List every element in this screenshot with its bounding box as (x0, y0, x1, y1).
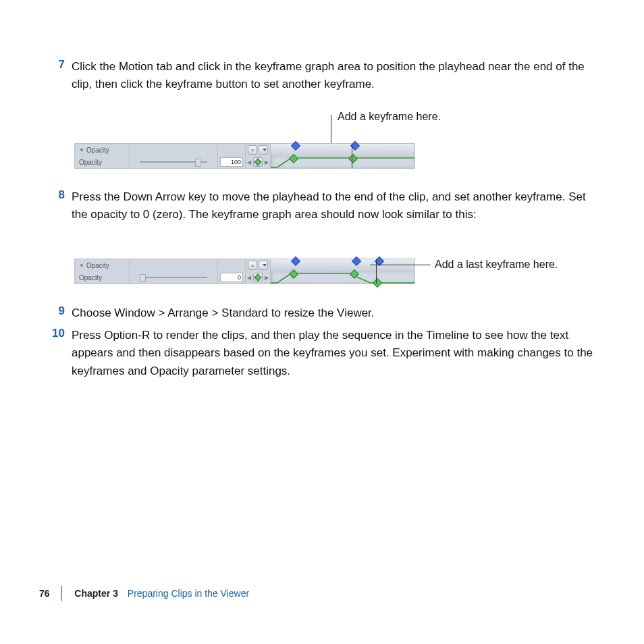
opacity-graph[interactable] (271, 271, 414, 284)
keyframe-panel-2: ▼ Opacity × Opacity (74, 259, 415, 284)
callout-leader (331, 115, 331, 146)
panel-value-row: Opacity 100 ◀ ▶ (75, 156, 414, 168)
panel-header-row: ▼ Opacity × (75, 259, 414, 272)
callout-add-keyframe: Add a keyframe here. (338, 111, 441, 123)
step-text: Choose Window > Arrange > Standard to re… (72, 304, 601, 322)
keyframe-marker[interactable] (291, 257, 300, 266)
add-keyframe-button[interactable] (253, 273, 263, 282)
disclosure-icon[interactable]: ▼ (79, 263, 84, 269)
keyframe-marker[interactable] (352, 257, 361, 266)
reset-button[interactable]: × (248, 145, 257, 155)
playhead[interactable] (376, 271, 377, 284)
playhead[interactable] (376, 259, 377, 271)
chapter-label: Chapter 3 (74, 588, 118, 599)
page-number: 76 (39, 588, 50, 599)
reset-button[interactable]: × (248, 261, 257, 270)
footer-divider (61, 586, 62, 601)
header-buttons: × (246, 144, 271, 156)
add-keyframe-button[interactable] (253, 157, 263, 167)
prev-keyframe-button[interactable]: ◀ (246, 159, 252, 165)
disclosure-icon[interactable]: ▼ (79, 147, 84, 153)
step-number: 7 (53, 58, 65, 72)
header-spacer (130, 259, 218, 271)
header-value-spacer (218, 259, 246, 271)
keyframe-marker[interactable] (291, 141, 300, 151)
callout-add-last-keyframe: Add a last keyframe here. (435, 259, 558, 271)
opacity-slider-thumb[interactable] (195, 159, 201, 167)
opacity-header-label[interactable]: ▼ Opacity (75, 144, 130, 156)
opacity-value[interactable]: 0 (220, 273, 243, 282)
clip-menu-button[interactable] (259, 145, 268, 155)
step-text: Press the Down Arrow key to move the pla… (72, 188, 601, 224)
panel-value-row: Opacity 0 ◀ ▶ (75, 271, 414, 284)
header-buttons: × (246, 259, 271, 271)
opacity-value-cell: 100 (218, 156, 246, 168)
page-footer: 76 Chapter 3 Preparing Clips in the View… (39, 586, 644, 603)
opacity-row-text: Opacity (79, 159, 102, 166)
panel-header-row: ▼ Opacity × (75, 144, 414, 157)
step-number: 9 (53, 304, 65, 318)
opacity-row-text: Opacity (79, 274, 102, 281)
header-spacer (130, 144, 218, 156)
next-keyframe-button[interactable]: ▶ (264, 274, 269, 281)
opacity-row-label: Opacity (75, 271, 130, 284)
opacity-header-text: Opacity (86, 262, 109, 269)
opacity-row-label: Opacity (75, 156, 130, 168)
opacity-value[interactable]: 100 (220, 157, 243, 167)
opacity-slider[interactable] (130, 271, 218, 284)
step-number: 10 (49, 327, 65, 340)
chapter-title: Preparing Clips in the Viewer (128, 588, 249, 599)
opacity-header-text: Opacity (86, 146, 109, 154)
opacity-slider-thumb[interactable] (140, 274, 146, 282)
keyframe-nav: ◀ ▶ (246, 271, 271, 284)
step-number: 8 (53, 188, 65, 202)
step-text: Press Option-R to render the clips, and … (72, 327, 601, 380)
keyframe-panel-1: ▼ Opacity × Opacity (74, 143, 415, 169)
next-keyframe-button[interactable]: ▶ (264, 159, 269, 165)
header-value-spacer (218, 144, 246, 156)
keyframe-nav: ◀ ▶ (246, 156, 271, 168)
playhead[interactable] (352, 156, 352, 168)
opacity-graph[interactable] (271, 156, 414, 168)
prev-keyframe-button[interactable]: ◀ (246, 274, 252, 281)
step-text: Click the Motion tab and click in the ke… (72, 58, 601, 94)
opacity-slider[interactable] (130, 156, 218, 168)
opacity-value-cell: 0 (218, 271, 246, 284)
clip-menu-button[interactable] (259, 261, 268, 270)
opacity-header-label[interactable]: ▼ Opacity (75, 259, 130, 271)
callout-leader (370, 265, 431, 265)
